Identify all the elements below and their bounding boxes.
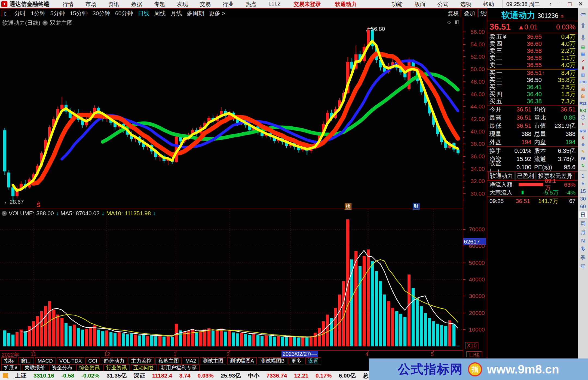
menu-item[interactable]: L1L2 <box>268 1 281 8</box>
toolbar-button[interactable]: 叠加 <box>462 9 477 18</box>
menu-item[interactable]: 行业 <box>223 1 234 8</box>
indicator-tab[interactable]: 测试幅图B <box>258 357 287 364</box>
volume-chart[interactable] <box>0 209 463 350</box>
period-button[interactable]: N <box>580 238 586 244</box>
timeframe-tab[interactable]: 30分钟 <box>93 10 110 17</box>
back-arrow-icon[interactable]: ⇦ <box>580 10 586 18</box>
panel-toggle-icon[interactable]: ▯ <box>2 10 9 17</box>
menu-item[interactable]: 帮助 <box>483 1 494 8</box>
selected-date-label[interactable]: 2023/02/27/— <box>281 351 318 357</box>
multi-line-icon[interactable]: ≈ <box>582 122 584 126</box>
kline-chart-icon[interactable]: ‖ <box>582 66 584 70</box>
period-button[interactable]: 季 <box>579 254 587 261</box>
stock-tag[interactable]: 软通动力 <box>488 172 514 180</box>
volume-dropdown-icon[interactable]: ˅ <box>2 211 7 216</box>
menu-item[interactable]: 市场 <box>85 1 96 8</box>
indicator-tab[interactable]: 私募主图 <box>155 357 182 364</box>
rank-marker[interactable]: 榜 <box>345 203 351 210</box>
indicator-tab[interactable]: MA2 <box>183 357 199 364</box>
circle-tool-icon[interactable]: ◯ <box>581 115 585 120</box>
trend-chart-icon[interactable]: ↗ <box>581 59 585 63</box>
indicator-tab[interactable]: VOL-TDX <box>57 357 84 364</box>
menu-item[interactable]: 公式 <box>437 1 448 8</box>
info-tab[interactable]: 资金分布 <box>49 364 75 371</box>
finance-marker[interactable]: 财 <box>413 203 419 210</box>
custom-stock-icon[interactable]: 自 <box>581 94 585 99</box>
move-tool-icon[interactable]: ⊕ <box>581 142 585 147</box>
period-button[interactable]: 1 <box>580 173 586 179</box>
indicator-tab[interactable]: 趋势动力 <box>101 357 127 364</box>
stock-name[interactable]: 软通动力 <box>501 10 535 21</box>
menu-item[interactable]: 行情 <box>63 1 74 8</box>
info-tab[interactable]: 关联报价 <box>22 364 48 371</box>
refresh-icon[interactable]: ↻ <box>581 163 585 168</box>
menu-item[interactable]: 选项 <box>460 1 471 8</box>
timeframe-tab[interactable]: 日线 <box>138 10 149 17</box>
status-icon[interactable] <box>3 373 8 378</box>
menu-item[interactable]: 发现 <box>177 1 188 8</box>
toolbar-button[interactable]: 复权 <box>446 9 461 18</box>
menu-item[interactable]: 资讯 <box>108 1 119 8</box>
indicator-tab[interactable]: 设置 <box>305 357 321 364</box>
timeframe-tab[interactable]: 月线 <box>170 10 182 17</box>
back-button[interactable]: ‹ <box>549 1 551 8</box>
period-button[interactable]: 多 <box>579 245 587 253</box>
indicator-tab[interactable]: 测试主图 <box>200 357 226 364</box>
timeframe-tab[interactable]: 5分钟 <box>50 10 65 17</box>
indicator-name[interactable]: 双龙主图 <box>50 19 73 27</box>
menu-item[interactable]: 数据 <box>131 1 142 8</box>
period-button[interactable]: 月 <box>579 229 587 236</box>
menu-item[interactable]: 版面 <box>415 1 425 8</box>
rsi-icon[interactable]: RSI <box>580 129 586 133</box>
info-tab[interactable]: 新用户福利专享 <box>158 364 200 371</box>
indicator-tab[interactable]: 指标 <box>1 357 17 364</box>
money-icon[interactable]: $ <box>582 135 584 140</box>
indicator-tab[interactable]: 窗口 <box>18 357 34 364</box>
menu-item[interactable]: 专题 <box>154 1 165 8</box>
diamond-icon[interactable]: ◇ <box>447 19 451 25</box>
period-button[interactable]: 周 <box>579 220 587 227</box>
indicator-tab[interactable]: 主力监控 <box>128 357 154 364</box>
menu-item[interactable]: 功能 <box>392 1 403 8</box>
news-page-icon[interactable]: ▥ <box>581 72 585 77</box>
scroll-up-icon[interactable]: ⇧ <box>580 22 586 30</box>
timeframe-tab[interactable]: 15分钟 <box>70 10 87 17</box>
period-button[interactable]: 60 <box>579 203 587 209</box>
stock-tag[interactable]: 已盈利 <box>515 172 536 180</box>
split-window-icon[interactable]: ◧ <box>455 19 459 25</box>
timeframe-tab[interactable]: 多周期 <box>187 10 204 17</box>
indicator-tab[interactable]: 测试幅图A <box>227 357 257 364</box>
info-tab[interactable]: 互动问答 <box>131 364 157 371</box>
quote-list-icon[interactable]: ▤ <box>581 44 585 49</box>
timeframe-tab[interactable]: 60分钟 <box>115 10 133 17</box>
menu-item[interactable]: 交易 <box>200 1 211 8</box>
period-button[interactable]: 15 <box>579 188 587 194</box>
period-button[interactable]: 年 <box>579 263 587 270</box>
period-button[interactable]: 日 <box>579 211 587 219</box>
indicator-tab[interactable]: 更多 <box>289 357 304 364</box>
indicator-dropdown-icon[interactable]: ˅ <box>42 20 48 26</box>
grid-list-icon[interactable]: ▦ <box>581 51 585 56</box>
info-tab[interactable]: 综合资讯 <box>76 364 102 371</box>
minimize-button[interactable]: − <box>558 1 561 8</box>
info-tab[interactable]: 行业资讯 <box>103 364 130 371</box>
timeframe-tab[interactable]: 1分钟 <box>31 10 45 17</box>
close-button[interactable]: ✕ <box>578 1 583 8</box>
trade-login-status[interactable]: 交易未登录 <box>294 1 321 8</box>
structure-icon[interactable]: 品 <box>581 86 585 92</box>
indicator-tab[interactable]: CCI <box>85 357 100 364</box>
menu-item[interactable]: 热点 <box>246 1 256 8</box>
timeframe-tab[interactable]: 分时 <box>14 10 26 17</box>
current-stock-alert[interactable]: 软通动力 <box>335 1 357 8</box>
timeframe-tab[interactable]: 周线 <box>154 10 166 17</box>
candlestick-chart[interactable] <box>0 17 463 209</box>
maximize-button[interactable]: □ <box>568 1 571 8</box>
indicator-tab[interactable]: MACD <box>35 357 56 364</box>
scroll-down-icon[interactable]: ⇩ <box>580 34 586 41</box>
pencil-icon[interactable]: ✎ <box>581 149 585 154</box>
period-button[interactable]: 30 <box>579 196 587 202</box>
timeframe-tab[interactable]: 更多 > <box>209 10 225 17</box>
period-button[interactable]: 5 <box>580 181 586 187</box>
f10-icon[interactable]: F10 <box>580 80 587 84</box>
formula-icon[interactable]: f(x) <box>580 108 586 113</box>
